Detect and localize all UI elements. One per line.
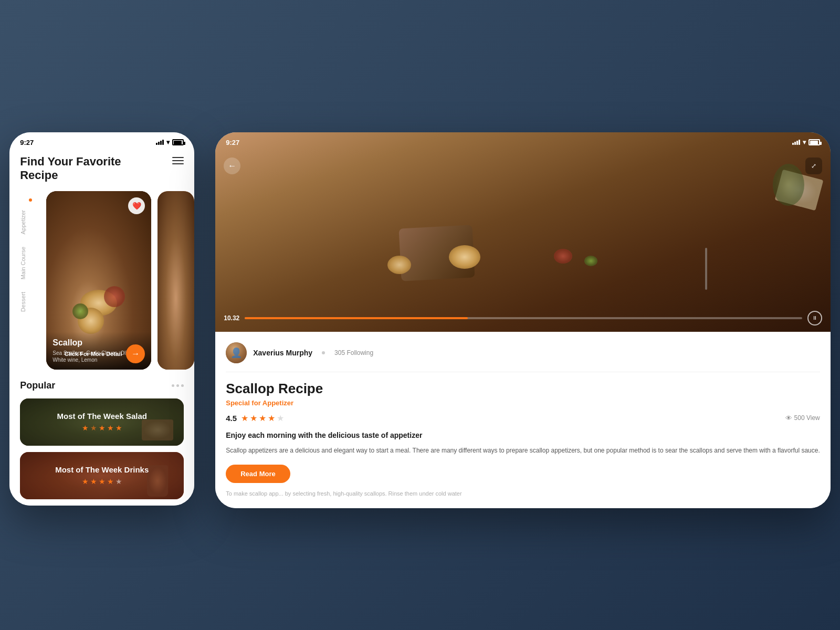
author-name: Xaverius Murphy <box>253 349 312 357</box>
recipe-card-scallop[interactable]: ❤️ Scallop Sea Scallops, Garlic Cloves, … <box>46 191 151 370</box>
recipe-tagline: Enjoy each morning with the delicious ta… <box>226 430 820 441</box>
back-button[interactable]: ← <box>224 158 240 174</box>
popular-title: Popular <box>20 380 55 391</box>
category-dessert[interactable]: Dessert <box>20 286 41 318</box>
more-detail-button[interactable]: Click For More Detail → <box>65 344 145 363</box>
salad-rating: ★ ★ ★ ★ ★ <box>57 424 147 432</box>
progress-fill <box>245 317 468 319</box>
recipe-title: Scallop Recipe <box>226 381 820 397</box>
following-info: 305 Following <box>334 349 373 356</box>
battery-icon <box>172 139 184 145</box>
time-2: 9:27 <box>226 139 239 146</box>
status-icons-1: ▾ <box>156 139 184 146</box>
phone-1: 9:27 ▾ Find Your Favorite Recipe <box>9 132 194 506</box>
phone-2: 9:27 ▾ <box>215 132 831 508</box>
recipe-card-second[interactable] <box>158 191 194 370</box>
pause-button[interactable]: ⏸ <box>807 311 822 326</box>
signal-icon <box>156 140 164 145</box>
progress-bar[interactable] <box>245 317 802 319</box>
signal-icon-2 <box>792 140 800 145</box>
popular-card-salad[interactable]: Most of The Week Salad ★ ★ ★ ★ ★ <box>20 398 184 446</box>
categories-section: Appetizer Main Course Dessert <box>9 191 194 370</box>
read-more-button[interactable]: Read More <box>226 465 290 483</box>
salad-title: Most of The Week Salad <box>57 412 147 421</box>
time-1: 9:27 <box>20 139 34 146</box>
expand-button[interactable]: ⤢ <box>805 158 822 174</box>
author-avatar: 👤 <box>226 342 247 363</box>
arrow-icon: → <box>126 344 145 363</box>
drinks-rating: ★ ★ ★ ★ ★ <box>55 477 149 486</box>
recipe-description: Scallop appetizers are a delicious and e… <box>226 446 820 456</box>
popular-section: Popular Most of The Week Salad <box>9 370 194 499</box>
drinks-title: Most of The Week Drinks <box>55 465 149 474</box>
views-count: 👁 500 View <box>785 414 820 422</box>
status-bar-2: 9:27 ▾ <box>215 132 831 150</box>
category-appetizer[interactable]: Appetizer <box>20 204 41 240</box>
status-bar-1: 9:27 ▾ <box>9 132 194 150</box>
rating-row: 4.5 ★ ★ ★ ★ ★ 👁 500 View <box>226 413 820 423</box>
recipe-cards-row: ❤️ Scallop Sea Scallops, Garlic Cloves, … <box>46 191 194 370</box>
popular-header: Popular <box>20 380 184 391</box>
menu-button[interactable] <box>172 155 184 164</box>
active-dot <box>29 198 32 202</box>
more-options[interactable] <box>172 384 184 387</box>
favorite-button[interactable]: ❤️ <box>128 197 145 214</box>
video-progress: 10.32 ⏸ <box>215 304 831 332</box>
phone1-body: Find Your Favorite Recipe Appetizer Main… <box>9 150 194 506</box>
category-list: Appetizer Main Course Dessert <box>20 191 41 319</box>
recipe-video: 9:27 ▾ <box>215 132 831 332</box>
category-main-course[interactable]: Main Course <box>20 240 41 286</box>
video-controls-top: ← ⤢ <box>215 151 831 181</box>
eye-icon: 👁 <box>785 414 792 422</box>
status-icons-2: ▾ <box>792 139 820 146</box>
drinks-content: Most of The Week Drinks ★ ★ ★ ★ ★ <box>55 465 149 486</box>
salad-content: Most of The Week Salad ★ ★ ★ ★ ★ <box>57 412 147 432</box>
wifi-icon-2: ▾ <box>803 139 806 146</box>
recipe-stars: ★ ★ ★ ★ ★ <box>241 413 284 423</box>
separator <box>322 351 325 354</box>
phone2-body: 9:27 ▾ <box>215 132 831 508</box>
author-row: 👤 Xaverius Murphy 305 Following <box>226 342 820 372</box>
video-time: 10.32 <box>224 314 239 322</box>
recipe-detail-content: 👤 Xaverius Murphy 305 Following Scallop … <box>215 332 831 508</box>
recipe-preview: To make scallop app... by selecting fres… <box>226 489 820 498</box>
page-title: Find Your Favorite Recipe <box>20 155 121 183</box>
phone1-header: Find Your Favorite Recipe <box>9 150 194 191</box>
wifi-icon: ▾ <box>166 139 170 146</box>
popular-card-drinks[interactable]: Most of The Week Drinks ★ ★ ★ ★ ★ <box>20 452 184 499</box>
rating-number: 4.5 <box>226 414 237 423</box>
battery-icon-2 <box>808 139 820 145</box>
more-detail-label: Click For More Detail <box>65 351 122 357</box>
recipe-category: Special for Appetizer <box>226 399 820 407</box>
